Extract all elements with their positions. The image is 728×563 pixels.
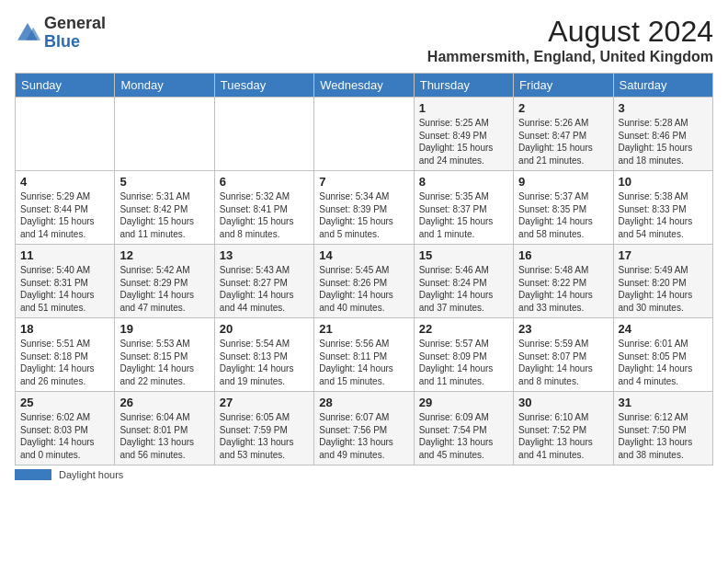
day-info: Sunrise: 5:46 AM Sunset: 8:24 PM Dayligh… xyxy=(419,264,508,314)
day-info: Sunrise: 6:04 AM Sunset: 8:01 PM Dayligh… xyxy=(119,411,209,461)
day-number: 9 xyxy=(518,175,608,189)
table-row: 15Sunrise: 5:46 AM Sunset: 8:24 PM Dayli… xyxy=(414,245,513,318)
table-row: 10Sunrise: 5:38 AM Sunset: 8:33 PM Dayli… xyxy=(613,171,712,245)
table-row: 12Sunrise: 5:42 AM Sunset: 8:29 PM Dayli… xyxy=(115,245,214,318)
day-number: 25 xyxy=(20,396,109,409)
table-row: 13Sunrise: 5:43 AM Sunset: 8:27 PM Dayli… xyxy=(214,245,313,318)
day-number: 30 xyxy=(518,396,608,409)
table-row: 16Sunrise: 5:48 AM Sunset: 8:22 PM Dayli… xyxy=(514,245,613,318)
table-row: 4Sunrise: 5:29 AM Sunset: 8:44 PM Daylig… xyxy=(16,171,115,245)
table-row xyxy=(214,98,313,171)
table-row xyxy=(314,98,414,171)
table-row xyxy=(16,98,115,171)
month-year: August 2024 xyxy=(427,15,713,49)
day-info: Sunrise: 5:45 AM Sunset: 8:26 PM Dayligh… xyxy=(319,264,408,314)
footer: Daylight hours xyxy=(15,469,713,480)
table-row: 24Sunrise: 6:01 AM Sunset: 8:05 PM Dayli… xyxy=(613,318,712,392)
day-number: 22 xyxy=(419,322,508,336)
col-monday: Monday xyxy=(115,74,214,98)
day-info: Sunrise: 5:56 AM Sunset: 8:11 PM Dayligh… xyxy=(319,338,408,387)
day-info: Sunrise: 5:32 AM Sunset: 8:41 PM Dayligh… xyxy=(220,190,309,240)
table-row: 25Sunrise: 6:02 AM Sunset: 8:03 PM Dayli… xyxy=(16,392,115,465)
day-number: 13 xyxy=(220,248,309,262)
day-info: Sunrise: 5:25 AM Sunset: 8:49 PM Dayligh… xyxy=(419,117,508,167)
table-row: 30Sunrise: 6:10 AM Sunset: 7:52 PM Dayli… xyxy=(514,392,613,465)
location: Hammersmith, England, United Kingdom xyxy=(427,49,713,65)
legend-label: Daylight hours xyxy=(59,469,123,480)
day-number: 27 xyxy=(220,396,309,409)
day-info: Sunrise: 5:51 AM Sunset: 8:18 PM Dayligh… xyxy=(20,338,109,387)
day-info: Sunrise: 6:09 AM Sunset: 7:54 PM Dayligh… xyxy=(419,411,508,461)
day-info: Sunrise: 6:07 AM Sunset: 7:56 PM Dayligh… xyxy=(319,411,408,461)
table-row: 20Sunrise: 5:54 AM Sunset: 8:13 PM Dayli… xyxy=(214,318,313,392)
calendar-week-row: 1Sunrise: 5:25 AM Sunset: 8:49 PM Daylig… xyxy=(16,98,713,171)
day-info: Sunrise: 5:35 AM Sunset: 8:37 PM Dayligh… xyxy=(419,190,508,240)
table-row: 23Sunrise: 5:59 AM Sunset: 8:07 PM Dayli… xyxy=(514,318,613,392)
logo-icon xyxy=(15,20,40,46)
day-number: 17 xyxy=(619,248,708,262)
table-row xyxy=(115,98,214,171)
day-info: Sunrise: 6:02 AM Sunset: 8:03 PM Dayligh… xyxy=(20,411,109,461)
day-number: 19 xyxy=(119,322,209,336)
day-number: 31 xyxy=(619,396,708,409)
table-row: 3Sunrise: 5:28 AM Sunset: 8:46 PM Daylig… xyxy=(613,98,712,171)
day-number: 15 xyxy=(419,248,508,262)
day-info: Sunrise: 5:53 AM Sunset: 8:15 PM Dayligh… xyxy=(119,338,209,387)
header: General Blue August 2024 Hammersmith, En… xyxy=(15,15,713,65)
day-info: Sunrise: 5:34 AM Sunset: 8:39 PM Dayligh… xyxy=(319,190,408,240)
legend-bar xyxy=(15,469,51,480)
table-row: 18Sunrise: 5:51 AM Sunset: 8:18 PM Dayli… xyxy=(16,318,115,392)
day-number: 16 xyxy=(518,248,608,262)
day-info: Sunrise: 6:05 AM Sunset: 7:59 PM Dayligh… xyxy=(220,411,309,461)
table-row: 2Sunrise: 5:26 AM Sunset: 8:47 PM Daylig… xyxy=(514,98,613,171)
day-info: Sunrise: 5:38 AM Sunset: 8:33 PM Dayligh… xyxy=(619,190,708,240)
day-info: Sunrise: 5:49 AM Sunset: 8:20 PM Dayligh… xyxy=(619,264,708,314)
day-info: Sunrise: 5:29 AM Sunset: 8:44 PM Dayligh… xyxy=(20,190,109,240)
table-row: 9Sunrise: 5:37 AM Sunset: 8:35 PM Daylig… xyxy=(514,171,613,245)
table-row: 27Sunrise: 6:05 AM Sunset: 7:59 PM Dayli… xyxy=(214,392,313,465)
day-number: 14 xyxy=(319,248,408,262)
table-row: 31Sunrise: 6:12 AM Sunset: 7:50 PM Dayli… xyxy=(613,392,712,465)
day-number: 5 xyxy=(119,175,209,189)
calendar-header-row: Sunday Monday Tuesday Wednesday Thursday… xyxy=(16,74,713,98)
table-row: 11Sunrise: 5:40 AM Sunset: 8:31 PM Dayli… xyxy=(16,245,115,318)
col-sunday: Sunday xyxy=(16,74,115,98)
table-row: 22Sunrise: 5:57 AM Sunset: 8:09 PM Dayli… xyxy=(414,318,513,392)
day-number: 18 xyxy=(20,322,109,336)
day-info: Sunrise: 5:42 AM Sunset: 8:29 PM Dayligh… xyxy=(119,264,209,314)
day-number: 21 xyxy=(319,322,408,336)
day-number: 12 xyxy=(119,248,209,262)
col-saturday: Saturday xyxy=(613,74,712,98)
calendar-week-row: 4Sunrise: 5:29 AM Sunset: 8:44 PM Daylig… xyxy=(16,171,713,245)
day-number: 29 xyxy=(419,396,508,409)
day-info: Sunrise: 6:10 AM Sunset: 7:52 PM Dayligh… xyxy=(518,411,608,461)
calendar-week-row: 25Sunrise: 6:02 AM Sunset: 8:03 PM Dayli… xyxy=(16,392,713,465)
calendar-week-row: 11Sunrise: 5:40 AM Sunset: 8:31 PM Dayli… xyxy=(16,245,713,318)
day-number: 24 xyxy=(619,322,708,336)
title-block: August 2024 Hammersmith, England, United… xyxy=(427,15,713,65)
col-tuesday: Tuesday xyxy=(214,74,313,98)
table-row: 5Sunrise: 5:31 AM Sunset: 8:42 PM Daylig… xyxy=(115,171,214,245)
day-info: Sunrise: 5:54 AM Sunset: 8:13 PM Dayligh… xyxy=(220,338,309,387)
day-number: 6 xyxy=(220,175,309,189)
table-row: 6Sunrise: 5:32 AM Sunset: 8:41 PM Daylig… xyxy=(214,171,313,245)
table-row: 29Sunrise: 6:09 AM Sunset: 7:54 PM Dayli… xyxy=(414,392,513,465)
logo: General Blue xyxy=(15,15,106,52)
table-row: 26Sunrise: 6:04 AM Sunset: 8:01 PM Dayli… xyxy=(115,392,214,465)
day-number: 23 xyxy=(518,322,608,336)
day-number: 20 xyxy=(220,322,309,336)
col-wednesday: Wednesday xyxy=(314,74,414,98)
day-number: 11 xyxy=(20,248,109,262)
calendar-week-row: 18Sunrise: 5:51 AM Sunset: 8:18 PM Dayli… xyxy=(16,318,713,392)
table-row: 17Sunrise: 5:49 AM Sunset: 8:20 PM Dayli… xyxy=(613,245,712,318)
day-info: Sunrise: 5:26 AM Sunset: 8:47 PM Dayligh… xyxy=(518,117,608,167)
day-number: 28 xyxy=(319,396,408,409)
day-info: Sunrise: 6:12 AM Sunset: 7:50 PM Dayligh… xyxy=(619,411,708,461)
calendar-table: Sunday Monday Tuesday Wednesday Thursday… xyxy=(15,73,713,465)
day-info: Sunrise: 5:31 AM Sunset: 8:42 PM Dayligh… xyxy=(119,190,209,240)
table-row: 7Sunrise: 5:34 AM Sunset: 8:39 PM Daylig… xyxy=(314,171,414,245)
day-info: Sunrise: 5:59 AM Sunset: 8:07 PM Dayligh… xyxy=(518,338,608,387)
day-number: 26 xyxy=(119,396,209,409)
day-number: 3 xyxy=(619,101,708,115)
day-info: Sunrise: 6:01 AM Sunset: 8:05 PM Dayligh… xyxy=(619,338,708,387)
